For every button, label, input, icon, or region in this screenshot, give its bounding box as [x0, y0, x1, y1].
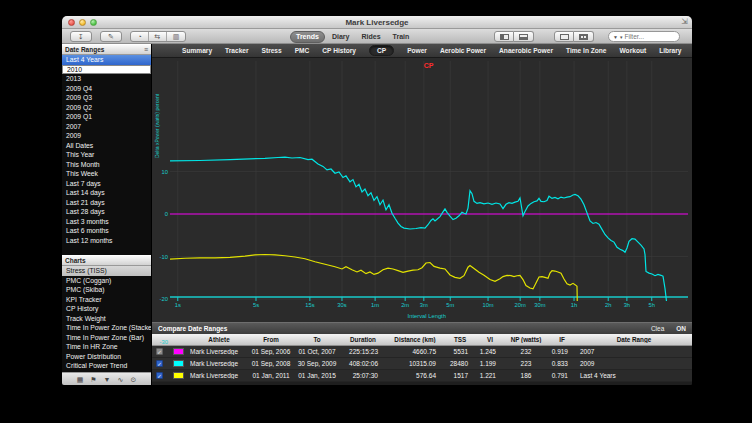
- compose-icon: ✎: [108, 33, 114, 40]
- column-header: Date Range: [576, 336, 692, 343]
- table-row[interactable]: ✓Mark Liversedge01 Sep, 200830 Sep, 2009…: [152, 358, 692, 370]
- compose-button[interactable]: ✎: [100, 31, 122, 42]
- chart-list-item[interactable]: Track Weight: [62, 314, 151, 324]
- chart-list-item[interactable]: PMC (Coggan): [62, 276, 151, 286]
- single-view-button[interactable]: [554, 31, 574, 42]
- date-range-item[interactable]: 2009 Q1: [62, 112, 151, 122]
- menu-icon[interactable]: ≡: [144, 46, 148, 53]
- date-range-item[interactable]: Last 12 months: [62, 236, 151, 246]
- chart-list-item[interactable]: Time In Power Zone (Bar): [62, 333, 151, 343]
- legend-cp: CP: [424, 62, 434, 69]
- trash-button[interactable]: ▥: [167, 32, 185, 41]
- x-tick-label: 20m: [515, 302, 526, 308]
- toggle-left-sidebar-button[interactable]: [494, 31, 514, 42]
- date-range-item[interactable]: 2009 Q3: [62, 93, 151, 103]
- splitter-button[interactable]: ⇆: [149, 32, 167, 41]
- cell-if: 0.919: [548, 348, 576, 355]
- date-range-item[interactable]: This Year: [62, 150, 151, 160]
- column-header: NP (watts): [504, 336, 548, 343]
- view-tab-trends[interactable]: Trends: [290, 31, 325, 43]
- zoom-button[interactable]: [90, 19, 97, 26]
- filter-input[interactable]: [624, 33, 675, 40]
- fullscreen-icon[interactable]: ⇲: [681, 17, 688, 26]
- column-header: VI: [476, 336, 504, 343]
- x-tick-label: 3h: [624, 302, 630, 308]
- title-bar[interactable]: Mark Liversedge ⇲: [62, 16, 692, 29]
- chart-area: CP Delta xPower (watts) percent 100-10-2…: [152, 58, 692, 322]
- chart-plot[interactable]: Delta xPower (watts) percent 100-10-20-3…: [170, 61, 688, 301]
- tab-workout[interactable]: Workout: [620, 47, 647, 54]
- tiled-view-button[interactable]: [574, 31, 594, 42]
- trend-icon[interactable]: ∿: [118, 373, 124, 386]
- date-range-item[interactable]: 2009: [62, 131, 151, 141]
- view-tab-rides[interactable]: Rides: [356, 32, 385, 42]
- clear-button[interactable]: Clea: [651, 325, 664, 332]
- toggle-bottom-pane-button[interactable]: [514, 31, 534, 42]
- import-icon: ↧: [78, 33, 84, 40]
- date-range-item[interactable]: Last 7 days: [62, 179, 151, 189]
- column-header: Athlete: [190, 336, 248, 343]
- cell-vi: 1.245: [476, 348, 504, 355]
- date-range-item[interactable]: 2010: [62, 65, 151, 75]
- cell-tss: 28480: [444, 360, 476, 367]
- date-range-item[interactable]: 2009 Q4: [62, 84, 151, 94]
- tab-library[interactable]: Library: [659, 47, 681, 54]
- tab-cp[interactable]: CP: [369, 45, 394, 56]
- import-button[interactable]: ↧: [70, 31, 92, 42]
- row-checkbox[interactable]: ✓: [156, 360, 163, 367]
- minimize-button[interactable]: [79, 19, 86, 26]
- chart-list-item[interactable]: KPI Tracker: [62, 295, 151, 305]
- tab-pmc[interactable]: PMC: [295, 47, 310, 54]
- date-range-item[interactable]: 2013: [62, 74, 151, 84]
- chart-list-item[interactable]: Stress (TISS): [62, 266, 151, 276]
- filter-field[interactable]: ▼ ▾: [608, 31, 680, 42]
- cell-from: 01 Sep, 2008: [248, 360, 294, 367]
- tab-tracker[interactable]: Tracker: [225, 47, 248, 54]
- chart-list-item[interactable]: Time In Power Zone (Stacked): [62, 323, 151, 333]
- bookmark-icon[interactable]: ⚑: [90, 373, 96, 386]
- cell-to: 01 Jan, 2015: [294, 372, 340, 379]
- chart-list-item[interactable]: CP History: [62, 304, 151, 314]
- date-range-item[interactable]: Last 3 months: [62, 217, 151, 227]
- y-tick-label: -20: [160, 296, 168, 302]
- chart-list-item[interactable]: Critical Power Trend: [62, 361, 151, 371]
- row-checkbox[interactable]: ✓: [156, 348, 163, 355]
- table-row[interactable]: ✓Mark Liversedge01 Jan, 201101 Jan, 2015…: [152, 370, 692, 382]
- filter-funnel-icon[interactable]: ▼: [104, 373, 111, 386]
- date-range-item[interactable]: 2007: [62, 122, 151, 132]
- cell-to: 01 Oct, 2007: [294, 348, 340, 355]
- tab-aerobic-power[interactable]: Aerobic Power: [440, 47, 486, 54]
- chart-list-item[interactable]: PMC (Skiba): [62, 285, 151, 295]
- chart-canvas[interactable]: [170, 61, 688, 301]
- date-range-item[interactable]: This Week: [62, 169, 151, 179]
- date-range-item[interactable]: This Month: [62, 160, 151, 170]
- table-row[interactable]: ✓Mark Liversedge01 Sep, 200601 Oct, 2007…: [152, 346, 692, 358]
- date-range-item[interactable]: 2009 Q2: [62, 103, 151, 113]
- column-header: To: [294, 336, 340, 343]
- tab-stress[interactable]: Stress: [262, 47, 282, 54]
- view-tab-train[interactable]: Train: [388, 32, 415, 42]
- tab-power[interactable]: Power: [407, 47, 427, 54]
- cell-vi: 1.199: [476, 360, 504, 367]
- date-range-item[interactable]: Last 28 days: [62, 207, 151, 217]
- chart-list-item[interactable]: Time In HR Zone: [62, 342, 151, 352]
- date-range-item[interactable]: Last 14 days: [62, 188, 151, 198]
- tab-cp-history[interactable]: CP History: [322, 47, 356, 54]
- calendar-icon[interactable]: ▦: [77, 373, 84, 386]
- view-tab-diary[interactable]: Diary: [327, 32, 355, 42]
- cell-if: 0.791: [548, 372, 576, 379]
- chart-list-item[interactable]: Power Distribution: [62, 352, 151, 362]
- date-range-item[interactable]: Last 4 Years: [62, 55, 151, 65]
- close-button[interactable]: [68, 19, 75, 26]
- tab-anaerobic-power[interactable]: Anaerobic Power: [499, 47, 553, 54]
- stopwatch-button[interactable]: ◔: [131, 32, 149, 41]
- sidebar-toggles: [494, 31, 534, 42]
- on-toggle[interactable]: ON: [676, 325, 686, 332]
- tab-time-in-zone[interactable]: Time In Zone: [566, 47, 607, 54]
- clock-icon[interactable]: ⊙: [130, 373, 136, 386]
- date-range-item[interactable]: Last 21 days: [62, 198, 151, 208]
- row-checkbox[interactable]: ✓: [156, 372, 163, 379]
- date-range-item[interactable]: Last 6 months: [62, 226, 151, 236]
- tab-summary[interactable]: Summary: [182, 47, 212, 54]
- date-range-item[interactable]: All Dates: [62, 141, 151, 151]
